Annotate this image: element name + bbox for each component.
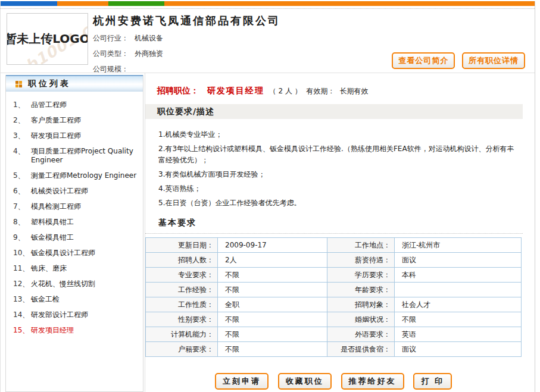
table-row: 工作性质： 全职 招聘对象： 社会人才 bbox=[146, 297, 522, 312]
desc-line: 4.英语熟练； bbox=[158, 183, 519, 195]
item-number: 4、 bbox=[13, 147, 31, 165]
validity-value: 长期有效 bbox=[339, 87, 368, 95]
view-company-profile-button[interactable]: 查看公司简介 bbox=[392, 52, 455, 69]
row-label: 年龄要求： bbox=[327, 283, 395, 297]
row-value: 本科 bbox=[395, 268, 522, 283]
row-value: 不限 bbox=[395, 312, 522, 327]
sidebar-item-11[interactable]: 11、铣床、磨床 bbox=[13, 264, 139, 273]
row-label: 计算机能力： bbox=[146, 327, 218, 342]
row-value: 英语 bbox=[395, 327, 522, 342]
company-header: job1001.com 暂未上传LOGO 杭州安费诺飞凤通信部品有限公司 公司行… bbox=[1, 9, 535, 73]
company-logo-placeholder: job1001.com 暂未上传LOGO bbox=[7, 13, 88, 65]
desc-line: 1.机械类专业毕业； bbox=[158, 129, 519, 140]
logo-placeholder-text: 暂未上传LOGO bbox=[7, 31, 88, 47]
item-number: 14、 bbox=[13, 311, 31, 319]
item-number: 13、 bbox=[13, 295, 31, 304]
job-heading: 招聘职位： 研发项目经理 （ 2 人 ） 有效期： 长期有效 bbox=[157, 86, 523, 96]
job-title: 研发项目经理 bbox=[207, 86, 264, 95]
company-type-value: 外商独资 bbox=[135, 49, 163, 58]
item-number: 15、 bbox=[13, 326, 31, 335]
item-label: 模具检测工程师 bbox=[31, 202, 139, 211]
company-name: 杭州安费诺飞凤通信部品有限公司 bbox=[93, 14, 535, 28]
validity-label: 有效期： bbox=[307, 87, 335, 95]
item-label: 品管工程师 bbox=[31, 101, 139, 109]
row-value: 不限 bbox=[218, 268, 327, 283]
basic-requirements-header: 基本要求 bbox=[145, 218, 523, 234]
favorite-job-button[interactable]: 收藏职位 bbox=[278, 373, 332, 390]
sidebar-item-2[interactable]: 2、客户质量工程师 bbox=[13, 116, 139, 125]
topbar-segment-blue bbox=[1, 1, 57, 6]
sidebar-item-4[interactable]: 4、项目质量工程师Project Quality Engineer bbox=[13, 147, 139, 165]
sidebar-item-6[interactable]: 6、机械类设计工程师 bbox=[13, 187, 139, 196]
apply-now-button[interactable]: 立刻申请 bbox=[215, 373, 269, 390]
job-list-header: 职位列表 bbox=[6, 75, 143, 92]
table-row: 工作经验： 不限 年龄要求： bbox=[146, 283, 522, 297]
job-list: 1、品管工程师 2、客户质量工程师 3、研发项目工程师 4、项目质量工程师Pro… bbox=[6, 92, 143, 347]
row-label: 工作性质： bbox=[146, 297, 218, 312]
row-label: 工作地点： bbox=[327, 238, 395, 253]
table-row: 户籍要求： 不限 是否提供食宿： 面议 bbox=[146, 342, 522, 357]
sidebar-item-12[interactable]: 12、火花机、慢丝线切割 bbox=[13, 280, 139, 288]
company-scale-label: 公司规模： bbox=[93, 65, 129, 73]
desc-line: 3.有类似机械方面项目开发经验； bbox=[158, 169, 519, 180]
sidebar-item-9[interactable]: 9、钣金模具钳工 bbox=[13, 233, 139, 242]
row-value: 不限 bbox=[218, 327, 327, 342]
row-value: 不限 bbox=[218, 283, 327, 297]
table-row: 更新日期： 2009-09-17 工作地点： 浙江-杭州市 bbox=[146, 238, 522, 253]
job-headcount: （ 2 人 ） bbox=[269, 87, 302, 95]
grid-bullet-icon bbox=[15, 81, 22, 87]
company-industry-value: 机械设备 bbox=[135, 34, 163, 42]
item-number: 3、 bbox=[13, 131, 31, 140]
row-label: 婚姻状况： bbox=[327, 312, 395, 327]
sidebar-item-13[interactable]: 13、钣金工检 bbox=[13, 295, 139, 304]
topbar-segment-green bbox=[108, 1, 164, 6]
row-label: 学历要求： bbox=[327, 268, 395, 283]
basic-requirements-table: 更新日期： 2009-09-17 工作地点： 浙江-杭州市 招聘人数： 2人 薪… bbox=[145, 237, 522, 357]
print-button[interactable]: 打 印 bbox=[413, 373, 452, 390]
recommend-to-friend-button[interactable]: 推荐给好友 bbox=[341, 373, 404, 390]
company-type-label: 公司类型： bbox=[93, 49, 129, 58]
item-number: 7、 bbox=[13, 202, 31, 211]
header-buttons: 查看公司简介 所有职位详情 bbox=[387, 52, 525, 69]
item-label: 钣金模具设计工程师 bbox=[31, 249, 139, 258]
item-number: 6、 bbox=[13, 187, 31, 196]
job-description: 1.机械类专业毕业； 2.有3年以上结构设计或塑料模具、钣金模具设计工作经验.（… bbox=[145, 119, 523, 209]
sidebar-item-3[interactable]: 3、研发项目工程师 bbox=[13, 131, 139, 140]
job-list-title: 职位列表 bbox=[28, 79, 71, 89]
body: 职位列表 1、品管工程师 2、客户质量工程师 3、研发项目工程师 4、项目质量工… bbox=[1, 73, 535, 392]
sidebar-item-14[interactable]: 14、研发部设计工程师 bbox=[13, 311, 139, 319]
item-number: 11、 bbox=[13, 264, 31, 273]
desc-line: 2.有3年以上结构设计或塑料模具、钣金模具设计工作经验.（熟练使用相关FEA软件… bbox=[158, 143, 519, 166]
row-value: 全职 bbox=[218, 297, 327, 312]
row-value: 浙江-杭州市 bbox=[395, 238, 522, 253]
row-value: 2人 bbox=[218, 253, 327, 268]
company-industry-row: 公司行业：机械设备 bbox=[93, 33, 535, 43]
item-label: 塑料模具钳工 bbox=[31, 218, 139, 227]
sidebar-item-7[interactable]: 7、模具检测工程师 bbox=[13, 202, 139, 211]
item-label: 火花机、慢丝线切割 bbox=[31, 280, 139, 288]
company-industry-label: 公司行业： bbox=[93, 34, 129, 42]
item-number: 2、 bbox=[13, 116, 31, 125]
sidebar-item-15-selected[interactable]: 15、研发项目经理 bbox=[13, 326, 139, 335]
item-label: 钣金模具钳工 bbox=[31, 233, 139, 242]
row-label: 更新日期： bbox=[146, 238, 218, 253]
sidebar-item-10[interactable]: 10、钣金模具设计工程师 bbox=[13, 249, 139, 258]
item-number: 8、 bbox=[13, 218, 31, 227]
all-jobs-detail-button[interactable]: 所有职位详情 bbox=[462, 52, 525, 69]
item-label: 铣床、磨床 bbox=[31, 264, 139, 273]
table-row: 专业要求： 不限 学历要求： 本科 bbox=[146, 268, 522, 283]
sidebar-item-1[interactable]: 1、品管工程师 bbox=[13, 101, 139, 109]
row-value: 2009-09-17 bbox=[218, 238, 327, 253]
sidebar-item-8[interactable]: 8、塑料模具钳工 bbox=[13, 218, 139, 227]
row-label: 是否提供食宿： bbox=[327, 342, 395, 357]
item-label: 测量工程师Metrology Engineer bbox=[31, 171, 139, 180]
item-number: 1、 bbox=[13, 101, 31, 109]
requirements-section-header: 职位要求/描述 bbox=[145, 104, 523, 119]
sidebar-item-5[interactable]: 5、测量工程师Metrology Engineer bbox=[13, 171, 139, 180]
item-number: 9、 bbox=[13, 233, 31, 242]
topbar-segment-orange-1 bbox=[57, 1, 108, 6]
row-value: 不限 bbox=[218, 342, 327, 357]
row-value bbox=[395, 283, 522, 297]
desc-line: 5.在日资（台资）企业工作经验者优先考虑。 bbox=[158, 197, 519, 209]
item-label: 钣金工检 bbox=[31, 295, 139, 304]
